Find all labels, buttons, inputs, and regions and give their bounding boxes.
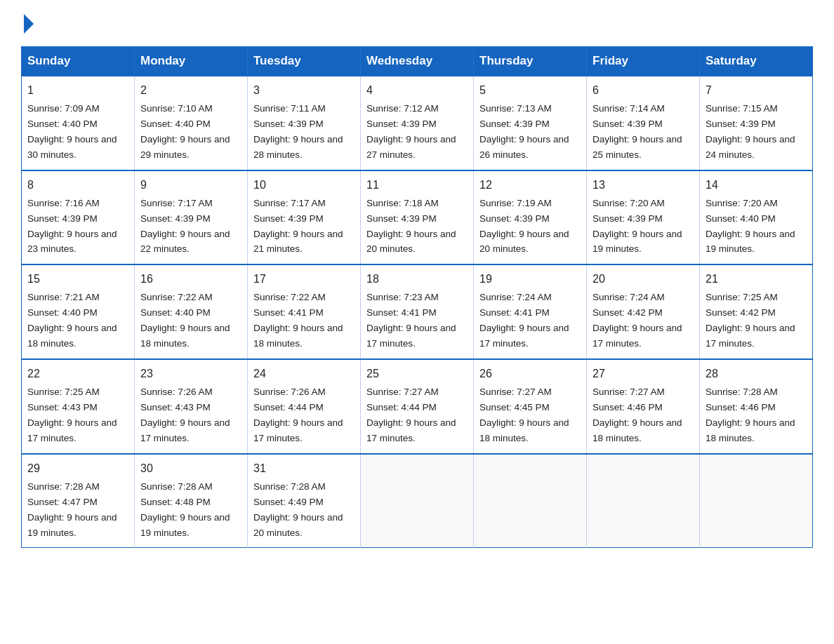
day-number: 5 <box>479 82 581 99</box>
calendar-day-cell: 2 Sunrise: 7:10 AMSunset: 4:40 PMDayligh… <box>135 76 248 170</box>
day-number: 17 <box>253 271 355 288</box>
logo <box>21 14 34 34</box>
day-number: 9 <box>140 177 241 194</box>
day-info: Sunrise: 7:17 AMSunset: 4:39 PMDaylight:… <box>140 198 230 255</box>
calendar-day-cell: 21 Sunrise: 7:25 AMSunset: 4:42 PMDaylig… <box>700 264 813 359</box>
day-number: 27 <box>593 365 694 382</box>
weekday-header-wednesday: Wednesday <box>361 47 474 76</box>
day-number: 3 <box>253 82 355 99</box>
day-info: Sunrise: 7:12 AMSunset: 4:39 PMDaylight:… <box>366 103 456 160</box>
day-info: Sunrise: 7:17 AMSunset: 4:39 PMDaylight:… <box>253 198 343 255</box>
day-info: Sunrise: 7:28 AMSunset: 4:46 PMDaylight:… <box>706 387 795 443</box>
calendar-day-cell: 29 Sunrise: 7:28 AMSunset: 4:47 PMDaylig… <box>22 454 135 548</box>
day-number: 15 <box>27 271 128 288</box>
day-info: Sunrise: 7:14 AMSunset: 4:39 PMDaylight:… <box>593 103 682 160</box>
calendar-day-cell <box>474 454 587 548</box>
page-header <box>21 14 813 34</box>
day-number: 24 <box>253 365 355 382</box>
calendar-day-cell: 26 Sunrise: 7:27 AMSunset: 4:45 PMDaylig… <box>474 359 587 454</box>
day-info: Sunrise: 7:18 AMSunset: 4:39 PMDaylight:… <box>366 198 456 255</box>
calendar-day-cell: 10 Sunrise: 7:17 AMSunset: 4:39 PMDaylig… <box>248 170 361 265</box>
day-info: Sunrise: 7:28 AMSunset: 4:48 PMDaylight:… <box>140 481 230 538</box>
day-info: Sunrise: 7:25 AMSunset: 4:42 PMDaylight:… <box>706 292 795 349</box>
calendar-day-cell: 18 Sunrise: 7:23 AMSunset: 4:41 PMDaylig… <box>361 264 474 359</box>
day-info: Sunrise: 7:20 AMSunset: 4:40 PMDaylight:… <box>706 198 795 255</box>
day-info: Sunrise: 7:19 AMSunset: 4:39 PMDaylight:… <box>479 198 569 255</box>
day-number: 11 <box>366 177 468 194</box>
day-number: 29 <box>27 460 128 477</box>
day-number: 26 <box>479 365 581 382</box>
calendar-day-cell: 7 Sunrise: 7:15 AMSunset: 4:39 PMDayligh… <box>700 76 813 170</box>
calendar-day-cell: 9 Sunrise: 7:17 AMSunset: 4:39 PMDayligh… <box>135 170 248 265</box>
logo-triangle-icon <box>24 14 34 34</box>
day-number: 10 <box>253 177 355 194</box>
calendar-day-cell: 16 Sunrise: 7:22 AMSunset: 4:40 PMDaylig… <box>135 264 248 359</box>
day-number: 12 <box>479 177 581 194</box>
weekday-header-thursday: Thursday <box>474 47 587 76</box>
calendar-day-cell <box>361 454 474 548</box>
day-number: 4 <box>366 82 468 99</box>
day-number: 20 <box>593 271 694 288</box>
day-info: Sunrise: 7:10 AMSunset: 4:40 PMDaylight:… <box>140 103 230 160</box>
calendar-day-cell <box>700 454 813 548</box>
day-number: 19 <box>479 271 581 288</box>
day-number: 23 <box>140 365 241 382</box>
calendar-day-cell: 19 Sunrise: 7:24 AMSunset: 4:41 PMDaylig… <box>474 264 587 359</box>
day-number: 16 <box>140 271 241 288</box>
calendar-day-cell: 14 Sunrise: 7:20 AMSunset: 4:40 PMDaylig… <box>700 170 813 265</box>
day-number: 7 <box>706 82 807 99</box>
day-info: Sunrise: 7:23 AMSunset: 4:41 PMDaylight:… <box>366 292 456 349</box>
day-info: Sunrise: 7:09 AMSunset: 4:40 PMDaylight:… <box>27 103 117 160</box>
weekday-header-tuesday: Tuesday <box>248 47 361 76</box>
calendar-day-cell: 24 Sunrise: 7:26 AMSunset: 4:44 PMDaylig… <box>248 359 361 454</box>
day-number: 31 <box>253 460 355 477</box>
calendar-day-cell: 30 Sunrise: 7:28 AMSunset: 4:48 PMDaylig… <box>135 454 248 548</box>
day-info: Sunrise: 7:15 AMSunset: 4:39 PMDaylight:… <box>706 103 795 160</box>
day-number: 2 <box>140 82 241 99</box>
weekday-header-row: SundayMondayTuesdayWednesdayThursdayFrid… <box>22 47 813 76</box>
day-number: 18 <box>366 271 468 288</box>
calendar-day-cell: 13 Sunrise: 7:20 AMSunset: 4:39 PMDaylig… <box>587 170 700 265</box>
day-number: 1 <box>27 82 128 99</box>
day-info: Sunrise: 7:11 AMSunset: 4:39 PMDaylight:… <box>253 103 343 160</box>
logo-blue-text <box>21 14 34 34</box>
day-info: Sunrise: 7:27 AMSunset: 4:45 PMDaylight:… <box>479 387 569 443</box>
day-info: Sunrise: 7:28 AMSunset: 4:49 PMDaylight:… <box>253 481 343 538</box>
calendar-week-row: 15 Sunrise: 7:21 AMSunset: 4:40 PMDaylig… <box>22 264 813 359</box>
calendar-day-cell: 11 Sunrise: 7:18 AMSunset: 4:39 PMDaylig… <box>361 170 474 265</box>
calendar-day-cell: 20 Sunrise: 7:24 AMSunset: 4:42 PMDaylig… <box>587 264 700 359</box>
day-number: 30 <box>140 460 241 477</box>
day-info: Sunrise: 7:27 AMSunset: 4:44 PMDaylight:… <box>366 387 456 443</box>
day-info: Sunrise: 7:22 AMSunset: 4:41 PMDaylight:… <box>253 292 343 349</box>
calendar-day-cell: 25 Sunrise: 7:27 AMSunset: 4:44 PMDaylig… <box>361 359 474 454</box>
day-info: Sunrise: 7:16 AMSunset: 4:39 PMDaylight:… <box>27 198 117 255</box>
calendar-day-cell: 4 Sunrise: 7:12 AMSunset: 4:39 PMDayligh… <box>361 76 474 170</box>
calendar-day-cell <box>587 454 700 548</box>
day-number: 28 <box>706 365 807 382</box>
calendar-day-cell: 31 Sunrise: 7:28 AMSunset: 4:49 PMDaylig… <box>248 454 361 548</box>
calendar-day-cell: 28 Sunrise: 7:28 AMSunset: 4:46 PMDaylig… <box>700 359 813 454</box>
calendar-day-cell: 27 Sunrise: 7:27 AMSunset: 4:46 PMDaylig… <box>587 359 700 454</box>
calendar-day-cell: 23 Sunrise: 7:26 AMSunset: 4:43 PMDaylig… <box>135 359 248 454</box>
day-number: 14 <box>706 177 807 194</box>
calendar-day-cell: 3 Sunrise: 7:11 AMSunset: 4:39 PMDayligh… <box>248 76 361 170</box>
calendar-week-row: 1 Sunrise: 7:09 AMSunset: 4:40 PMDayligh… <box>22 76 813 170</box>
day-info: Sunrise: 7:28 AMSunset: 4:47 PMDaylight:… <box>27 481 117 538</box>
calendar-week-row: 8 Sunrise: 7:16 AMSunset: 4:39 PMDayligh… <box>22 170 813 265</box>
day-info: Sunrise: 7:24 AMSunset: 4:41 PMDaylight:… <box>479 292 569 349</box>
calendar-day-cell: 15 Sunrise: 7:21 AMSunset: 4:40 PMDaylig… <box>22 264 135 359</box>
day-info: Sunrise: 7:21 AMSunset: 4:40 PMDaylight:… <box>27 292 117 349</box>
day-number: 6 <box>593 82 694 99</box>
day-number: 21 <box>706 271 807 288</box>
weekday-header-sunday: Sunday <box>22 47 135 76</box>
calendar-day-cell: 6 Sunrise: 7:14 AMSunset: 4:39 PMDayligh… <box>587 76 700 170</box>
calendar-day-cell: 8 Sunrise: 7:16 AMSunset: 4:39 PMDayligh… <box>22 170 135 265</box>
weekday-header-friday: Friday <box>587 47 700 76</box>
day-info: Sunrise: 7:26 AMSunset: 4:44 PMDaylight:… <box>253 387 343 443</box>
day-info: Sunrise: 7:27 AMSunset: 4:46 PMDaylight:… <box>593 387 682 443</box>
day-number: 8 <box>27 177 128 194</box>
calendar-week-row: 29 Sunrise: 7:28 AMSunset: 4:47 PMDaylig… <box>22 454 813 548</box>
calendar-day-cell: 5 Sunrise: 7:13 AMSunset: 4:39 PMDayligh… <box>474 76 587 170</box>
day-info: Sunrise: 7:13 AMSunset: 4:39 PMDaylight:… <box>479 103 569 160</box>
day-info: Sunrise: 7:25 AMSunset: 4:43 PMDaylight:… <box>27 387 117 443</box>
